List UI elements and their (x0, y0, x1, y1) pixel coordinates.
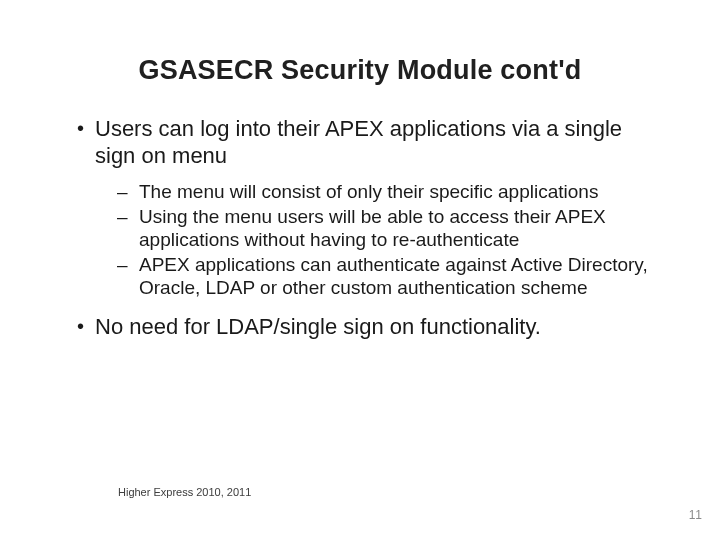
footer-text: Higher Express 2010, 2011 (118, 486, 251, 498)
sub-bullet-item: The menu will consist of only their spec… (111, 180, 655, 203)
sub-bullet-text: Using the menu users will be able to acc… (139, 206, 606, 250)
page-number: 11 (689, 508, 702, 522)
bullet-text: Users can log into their APEX applicatio… (95, 116, 622, 168)
slide: GSASECR Security Module cont'd Users can… (0, 0, 720, 540)
sub-bullet-text: APEX applications can authenticate again… (139, 254, 648, 298)
sub-bullet-item: APEX applications can authenticate again… (111, 253, 655, 299)
slide-title: GSASECR Security Module cont'd (65, 55, 655, 86)
sub-bullet-text: The menu will consist of only their spec… (139, 181, 598, 202)
sub-bullet-item: Using the menu users will be able to acc… (111, 205, 655, 251)
slide-content: Users can log into their APEX applicatio… (65, 116, 655, 340)
bullet-text: No need for LDAP/single sign on function… (95, 314, 541, 339)
bullet-list-level2: The menu will consist of only their spec… (95, 180, 655, 300)
bullet-item: No need for LDAP/single sign on function… (73, 314, 655, 341)
bullet-list-level1: Users can log into their APEX applicatio… (73, 116, 655, 340)
bullet-item: Users can log into their APEX applicatio… (73, 116, 655, 300)
